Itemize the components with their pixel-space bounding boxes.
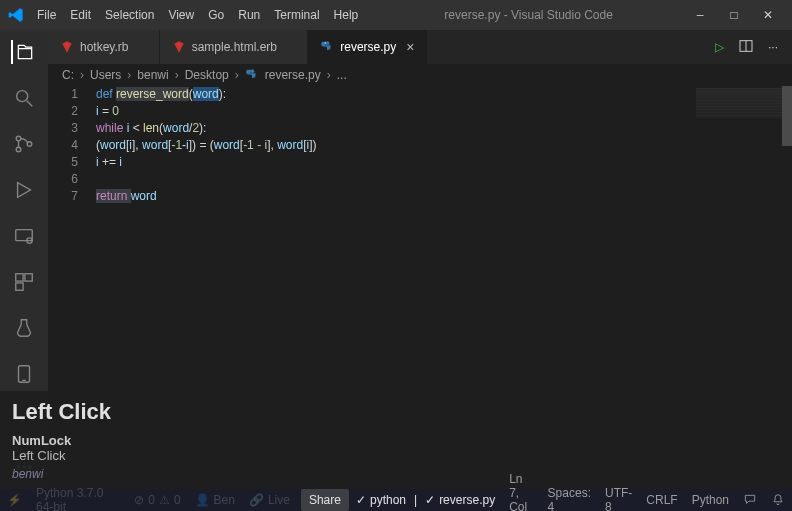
remote-indicator[interactable]: ⚡ — [0, 493, 29, 507]
chevron-right-icon: › — [127, 68, 131, 82]
split-editor-button[interactable] — [738, 38, 754, 57]
tab-sample-erb[interactable]: sample.html.erb × — [160, 30, 309, 64]
menu-view[interactable]: View — [161, 4, 201, 26]
status-python-env[interactable]: Python 3.7.0 64-bit — [29, 486, 127, 511]
run-debug-icon[interactable] — [12, 178, 36, 202]
tab-label: hotkey.rb — [80, 40, 128, 54]
python-file-icon — [245, 68, 259, 82]
run-file-button[interactable]: ▷ — [715, 40, 724, 54]
svg-rect-6 — [16, 274, 23, 281]
scrollbar-thumb[interactable] — [782, 86, 792, 146]
crumb[interactable]: Desktop — [185, 68, 229, 82]
status-encoding[interactable]: UTF-8 — [598, 472, 639, 511]
menu-selection[interactable]: Selection — [98, 4, 161, 26]
svg-point-2 — [16, 147, 21, 152]
extensions-icon[interactable] — [12, 270, 36, 294]
menu-terminal[interactable]: Terminal — [267, 4, 326, 26]
minimize-button[interactable]: – — [692, 7, 708, 23]
chevron-right-icon: › — [175, 68, 179, 82]
more-actions-button[interactable]: ··· — [768, 40, 778, 54]
source-control-icon[interactable] — [12, 132, 36, 156]
crumb[interactable]: C: — [62, 68, 74, 82]
line-number: 2 — [48, 103, 78, 120]
line-number: 5 — [48, 154, 78, 171]
svg-point-1 — [16, 136, 21, 141]
close-button[interactable]: ✕ — [760, 7, 776, 23]
line-number: 6 — [48, 171, 78, 188]
chevron-right-icon: › — [327, 68, 331, 82]
status-indent[interactable]: Spaces: 4 — [541, 472, 598, 511]
status-check-python[interactable]: ✓python|✓reverse.py — [349, 493, 502, 507]
menu-go[interactable]: Go — [201, 4, 231, 26]
status-cursor-pos[interactable]: Ln 7, Col 12 — [502, 472, 540, 511]
python-file-icon — [320, 40, 334, 54]
menu-edit[interactable]: Edit — [63, 4, 98, 26]
chevron-right-icon: › — [80, 68, 84, 82]
testing-icon[interactable] — [12, 316, 36, 340]
status-liveshare-user[interactable]: 👤Ben — [188, 493, 242, 507]
line-number: 4 — [48, 137, 78, 154]
status-share[interactable]: Share — [301, 489, 349, 511]
tab-hotkey-rb[interactable]: hotkey.rb × — [48, 30, 160, 64]
tab-strip: hotkey.rb × sample.html.erb × reverse.py… — [48, 30, 792, 64]
svg-rect-7 — [25, 274, 32, 281]
overlay-user: benwi — [12, 467, 248, 481]
tab-label: reverse.py — [340, 40, 396, 54]
key-caption-big: Left Click — [12, 399, 248, 425]
key-caption: Left Click — [12, 448, 248, 463]
remote-icon[interactable] — [12, 224, 36, 248]
menu-help[interactable]: Help — [327, 4, 366, 26]
line-number: 3 — [48, 120, 78, 137]
tab-reverse-py[interactable]: reverse.py × — [308, 30, 427, 64]
svg-point-0 — [17, 91, 28, 102]
device-icon[interactable] — [12, 362, 36, 386]
status-liveshare[interactable]: 🔗Live — [242, 493, 297, 507]
status-bar: ⚡ Python 3.7.0 64-bit ⊘0⚠0 👤Ben 🔗Live Sh… — [0, 489, 792, 511]
search-icon[interactable] — [12, 86, 36, 110]
status-bell-icon[interactable] — [764, 472, 792, 511]
status-language[interactable]: Python — [685, 472, 736, 511]
status-eol[interactable]: CRLF — [639, 472, 684, 511]
status-problems[interactable]: ⊘0⚠0 — [127, 493, 187, 507]
crumb[interactable]: benwi — [137, 68, 168, 82]
explorer-icon[interactable] — [11, 40, 35, 64]
svg-rect-8 — [16, 283, 23, 290]
menu-run[interactable]: Run — [231, 4, 267, 26]
svg-point-13 — [325, 42, 326, 43]
chevron-right-icon: › — [235, 68, 239, 82]
crumb[interactable]: ... — [337, 68, 347, 82]
menu-file[interactable]: File — [30, 4, 63, 26]
screencast-overlay: Left Click NumLock Left Click benwi — [0, 391, 260, 489]
line-number: 7 — [48, 188, 78, 205]
crumb[interactable]: reverse.py — [265, 68, 321, 82]
ruby-file-icon — [60, 40, 74, 54]
vscode-logo-icon — [8, 7, 24, 23]
key-caption: NumLock — [12, 433, 248, 448]
svg-rect-4 — [16, 230, 33, 241]
tab-actions: ▷ ··· — [715, 30, 792, 64]
window-title: reverse.py - Visual Studio Code — [365, 8, 692, 22]
maximize-button[interactable]: □ — [726, 7, 742, 23]
tab-close-icon[interactable]: × — [406, 39, 414, 55]
status-feedback-icon[interactable] — [736, 472, 764, 511]
line-number: 1 — [48, 86, 78, 103]
title-bar: File Edit Selection View Go Run Terminal… — [0, 0, 792, 30]
breadcrumb: C:› Users› benwi› Desktop› reverse.py› .… — [48, 64, 792, 86]
crumb[interactable]: Users — [90, 68, 121, 82]
erb-file-icon — [172, 40, 186, 54]
window-controls: – □ ✕ — [692, 7, 784, 23]
tab-label: sample.html.erb — [192, 40, 277, 54]
